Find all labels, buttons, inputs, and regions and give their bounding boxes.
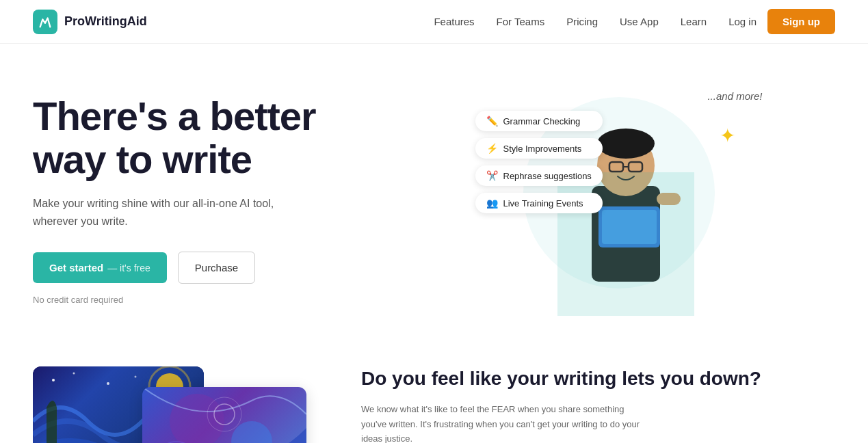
hero-illustration: ✏️ Grammar Checking ⚡ Style Improvements…	[482, 83, 770, 316]
sparkle-icon: ✦	[720, 124, 735, 147]
svg-point-18	[231, 421, 272, 443]
rephrase-icon: ✂️	[486, 170, 498, 181]
nav-cta-group: Log in Sign up	[728, 9, 835, 34]
hero-left: There's a better way to write Make your …	[33, 94, 416, 306]
svg-point-14	[73, 373, 75, 375]
nav-for-teams[interactable]: For Teams	[497, 16, 545, 27]
nav-learn[interactable]: Learn	[681, 16, 707, 27]
nav-pricing[interactable]: Pricing	[566, 16, 598, 27]
hero-subtitle: Make your writing shine with our all-in-…	[33, 195, 306, 230]
style-icon: ⚡	[486, 143, 498, 154]
and-more-text: ...and more!	[707, 90, 762, 102]
logo-link[interactable]: ProWritingAid	[33, 10, 147, 34]
hero-section: There's a better way to write Make your …	[0, 44, 868, 345]
main-nav: ProWritingAid Features For Teams Pricing…	[0, 0, 868, 44]
no-credit-text: No credit card required	[33, 295, 416, 305]
blue-abstract-bg	[142, 387, 306, 443]
pill-style: ⚡ Style Improvements	[475, 138, 603, 159]
svg-point-16	[135, 376, 137, 378]
nav-features[interactable]: Features	[434, 16, 474, 27]
pill-rephrase: ✂️ Rephrase suggestions	[475, 165, 603, 186]
svg-point-17	[170, 394, 224, 443]
second-title: Do you feel like your writing lets you d…	[361, 366, 835, 391]
second-images: My idea in my head	[33, 366, 306, 443]
svg-point-13	[52, 379, 55, 381]
second-section-text: Do you feel like your writing lets you d…	[361, 366, 835, 443]
pill-training: 👥 Live Training Events	[475, 193, 603, 213]
pill-grammar: ✏️ Grammar Checking	[475, 111, 603, 131]
hero-title: There's a better way to write	[33, 94, 416, 182]
nav-use-app[interactable]: Use App	[620, 16, 659, 27]
feature-pills: ✏️ Grammar Checking ⚡ Style Improvements…	[475, 111, 603, 213]
logo-text: ProWritingAid	[64, 14, 147, 29]
grammar-icon: ✏️	[486, 116, 498, 126]
training-icon: 👥	[486, 198, 498, 209]
login-button[interactable]: Log in	[728, 16, 757, 27]
svg-point-6	[597, 129, 655, 159]
logo-icon	[33, 10, 57, 34]
purchase-button[interactable]: Purchase	[178, 252, 255, 284]
abstract-art-card	[142, 387, 306, 443]
svg-point-15	[107, 382, 109, 385]
second-body: We know what it's like to feel the FEAR …	[361, 402, 648, 443]
nav-links: Features For Teams Pricing Use App Learn	[434, 16, 707, 28]
get-started-button[interactable]: Get started — it's free	[33, 252, 167, 283]
hero-buttons: Get started — it's free Purchase	[33, 252, 416, 284]
second-section: My idea in my head Do you feel like your…	[0, 345, 868, 443]
signup-button[interactable]: Sign up	[767, 9, 835, 34]
hero-right: ✏️ Grammar Checking ⚡ Style Improvements…	[416, 77, 835, 323]
